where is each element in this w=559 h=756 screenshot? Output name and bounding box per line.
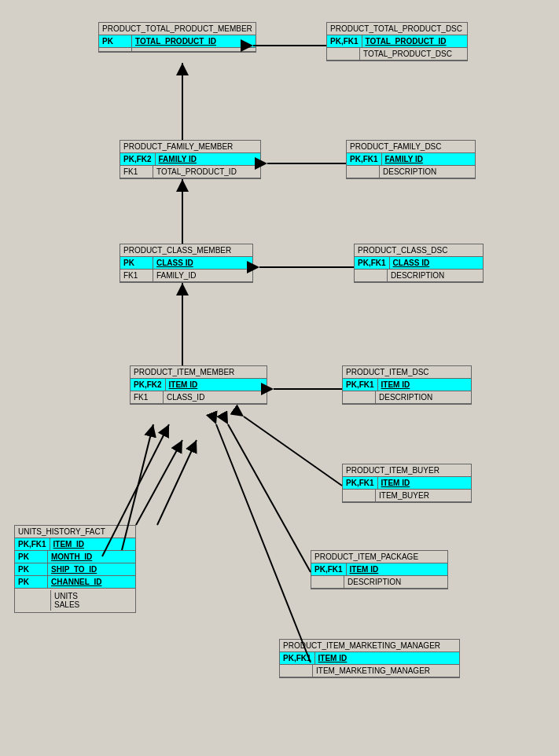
fk-field: TOTAL_PRODUCT_DSC <box>360 48 467 60</box>
fk-key <box>347 166 380 178</box>
table-units-history-fact: UNITS_HISTORY_FACT PK,FK1 ITEM_ID PK MON… <box>14 525 136 613</box>
table-title: PRODUCT_ITEM_MEMBER <box>131 366 267 379</box>
pk-field-4: CHANNEL_ID <box>48 576 105 588</box>
table-title: PRODUCT_TOTAL_PRODUCT_MEMBER <box>99 23 256 35</box>
pk-key: PK,FK1 <box>327 35 362 47</box>
fk-field: DESCRIPTION <box>376 391 471 403</box>
pk-key: PK,FK1 <box>355 257 390 269</box>
pk-field: ITEM ID <box>378 379 471 391</box>
pk-key: PK,FK1 <box>343 477 378 489</box>
fk-key <box>343 490 376 501</box>
table-title: PRODUCT_TOTAL_PRODUCT_DSC <box>327 23 467 35</box>
table-title: PRODUCT_FAMILY_MEMBER <box>120 141 260 153</box>
fk-key <box>280 665 313 677</box>
pk-field: TOTAL_PRODUCT_ID <box>132 35 256 47</box>
fk-key <box>99 48 132 51</box>
table-product-item-dsc: PRODUCT_ITEM_DSC PK,FK1 ITEM ID DESCRIPT… <box>342 365 472 405</box>
fk-field: CLASS_ID <box>164 391 267 403</box>
pk-key-2: PK <box>15 551 48 563</box>
pk-key-4: PK <box>15 576 48 588</box>
pk-key: PK,FK2 <box>120 153 156 165</box>
pk-field: CLASS ID <box>153 257 252 269</box>
fk-key: FK1 <box>120 270 153 281</box>
arrow-units-to-item-4 <box>157 440 197 525</box>
pk-field: ITEM ID <box>166 379 267 391</box>
arrow-units-to-item-3 <box>136 440 182 525</box>
table-product-item-buyer: PRODUCT_ITEM_BUYER PK,FK1 ITEM ID ITEM_B… <box>342 464 472 503</box>
pk-key: PK,FK2 <box>131 379 166 391</box>
pk-key: PK,FK1 <box>343 379 378 391</box>
table-title: PRODUCT_CLASS_MEMBER <box>120 244 252 257</box>
pk-field: ITEM ID <box>378 477 471 489</box>
table-product-total-dsc: PRODUCT_TOTAL_PRODUCT_DSC PK,FK1 TOTAL_P… <box>326 22 468 61</box>
table-product-class-dsc: PRODUCT_CLASS_DSC PK,FK1 CLASS ID DESCRI… <box>354 244 484 283</box>
arrow-buyer-to-item <box>244 417 342 486</box>
pk-key: PK <box>120 257 153 269</box>
pk-field: TOTAL_PRODUCT_ID <box>362 35 467 47</box>
pk-field-1: ITEM_ID <box>50 538 87 550</box>
fk-field: DESCRIPTION <box>380 166 475 178</box>
pk-field: FAMILY ID <box>156 153 260 165</box>
fk-field: FAMILY_ID <box>153 270 252 281</box>
table-product-item-package: PRODUCT_ITEM_PACKAGE PK,FK1 ITEM ID DESC… <box>311 550 448 589</box>
fk-field: TOTAL_PRODUCT_ID <box>153 166 260 178</box>
pk-key: PK <box>99 35 132 47</box>
table-title: PRODUCT_ITEM_PACKAGE <box>311 551 447 563</box>
pk-field: ITEM ID <box>315 652 459 664</box>
table-product-item-marketing: PRODUCT_ITEM_MARKETING_MANAGER PK,FK1 IT… <box>279 639 460 678</box>
data-field: UNITSSALES <box>51 590 83 611</box>
arrow-package-to-item <box>228 424 311 572</box>
table-title: UNITS_HISTORY_FACT <box>15 526 135 538</box>
fk-field: ITEM_BUYER <box>376 490 471 501</box>
table-title: PRODUCT_ITEM_MARKETING_MANAGER <box>280 640 459 652</box>
table-product-total-member: PRODUCT_TOTAL_PRODUCT_MEMBER PK TOTAL_PR… <box>98 22 256 53</box>
table-product-family-dsc: PRODUCT_FAMILY_DSC PK,FK1 FAMILY ID DESC… <box>346 140 476 179</box>
fk-key <box>327 48 360 60</box>
pk-key-1: PK,FK1 <box>15 538 50 550</box>
fk-field: ITEM_MARKETING_MANAGER <box>313 665 459 677</box>
table-title: PRODUCT_CLASS_DSC <box>355 244 483 257</box>
table-title: PRODUCT_ITEM_DSC <box>343 366 471 379</box>
pk-key: PK,FK1 <box>311 563 347 575</box>
fk-key <box>311 576 344 588</box>
fk-key: FK1 <box>120 166 153 178</box>
table-product-item-member: PRODUCT_ITEM_MEMBER PK,FK2 ITEM ID FK1 C… <box>130 365 267 405</box>
table-title: PRODUCT_FAMILY_DSC <box>347 141 475 153</box>
table-title: PRODUCT_ITEM_BUYER <box>343 464 471 477</box>
fk-key <box>343 391 376 403</box>
pk-field-3: SHIP_TO_ID <box>48 563 100 575</box>
pk-field: ITEM ID <box>347 563 447 575</box>
pk-key: PK,FK1 <box>347 153 382 165</box>
fk-key <box>355 270 388 281</box>
fk-field <box>132 48 256 51</box>
fk-key: FK1 <box>131 391 164 403</box>
pk-field-2: MONTH_ID <box>48 551 95 563</box>
pk-key-3: PK <box>15 563 48 575</box>
pk-key: PK,FK1 <box>280 652 315 664</box>
table-product-family-member: PRODUCT_FAMILY_MEMBER PK,FK2 FAMILY ID F… <box>120 140 261 179</box>
arrow-marketing-to-item <box>216 424 311 662</box>
fk-field: DESCRIPTION <box>388 270 483 281</box>
pk-field: CLASS ID <box>390 257 483 269</box>
pk-field: FAMILY ID <box>382 153 475 165</box>
fk-field: DESCRIPTION <box>344 576 447 588</box>
table-product-class-member: PRODUCT_CLASS_MEMBER PK CLASS ID FK1 FAM… <box>120 244 253 283</box>
data-key <box>18 590 51 611</box>
